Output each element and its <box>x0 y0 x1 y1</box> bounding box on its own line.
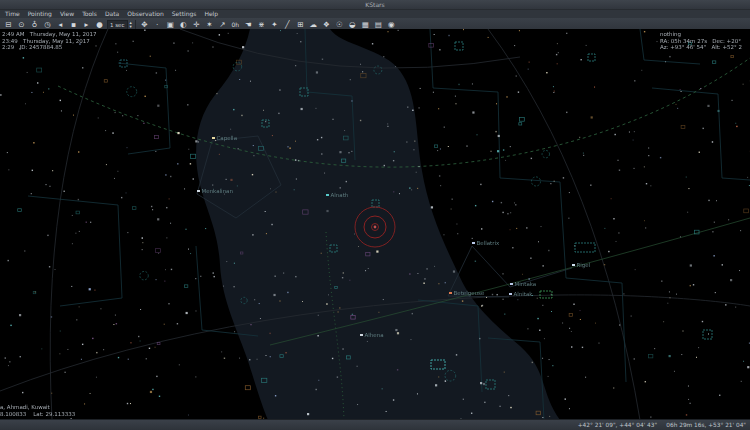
menu-help[interactable]: Help <box>200 10 222 18</box>
focus-line-3: Az: +93° 46' 54" Alt: +52° 2 <box>660 44 750 51</box>
menu-bar: TimePointingViewToolsDataObservationSett… <box>0 10 750 18</box>
menu-settings[interactable]: Settings <box>168 10 201 18</box>
star-marker <box>472 242 475 245</box>
star-name: Betelgeuse <box>454 290 485 296</box>
dso-marker[interactable] <box>455 42 463 50</box>
star-name: Alhena <box>365 332 384 338</box>
window-titlebar[interactable]: KStars <box>0 0 750 10</box>
star-label-alnath[interactable]: Alnath <box>326 192 348 198</box>
menu-time[interactable]: Time <box>1 10 24 18</box>
location-info-box[interactable]: a, Ahmadi, Kuwait8.100833 Lat: 29.113333 <box>0 404 75 417</box>
menu-data[interactable]: Data <box>101 10 123 18</box>
focus-reticle <box>355 207 395 247</box>
dso-marker[interactable] <box>330 245 337 252</box>
star-marker <box>197 190 200 193</box>
timestep-value: 1 sec <box>110 22 125 28</box>
dso-marker[interactable] <box>120 60 127 67</box>
sky-overlay-layer <box>0 29 750 420</box>
star-label-menkalinan[interactable]: Menkalinan <box>197 188 233 194</box>
dso-marker[interactable] <box>262 120 269 127</box>
star-marker <box>510 283 513 286</box>
star-name: Alnitak <box>514 291 533 297</box>
star-marker <box>572 264 575 267</box>
deep-sky-object-markers <box>120 42 712 389</box>
dso-marker[interactable] <box>703 330 712 339</box>
time-line-1: 2:49 AM Thursday, May 11, 2017 <box>2 31 97 38</box>
star-marker <box>212 137 215 140</box>
menu-pointing[interactable]: Pointing <box>24 10 56 18</box>
star-name: Rigel <box>577 262 591 268</box>
sky-map[interactable]: 2:49 AM Thursday, May 11, 201723:49 Thur… <box>0 29 750 420</box>
star-label-alnitak[interactable]: Alnitak <box>509 291 533 297</box>
time-info-box[interactable]: 2:49 AM Thursday, May 11, 201723:49 Thur… <box>2 31 97 51</box>
kstars-window: { "window": { "title": "KStars" }, "menu… <box>0 0 750 430</box>
time-line-3: 2:29 JD: 2457884.85 <box>2 44 97 51</box>
cursor-coordinates: +42° 21' 09", +44° 04' 43" 06h 29m 16s, … <box>578 422 750 428</box>
focus-info-box[interactable]: nothingRA: 05h 34m 27s Dec: +20°Az: +93°… <box>660 31 750 51</box>
star-name: Menkalinan <box>202 188 233 194</box>
dso-marker[interactable] <box>431 360 445 369</box>
dso-marker[interactable] <box>575 243 595 252</box>
dso-marker[interactable] <box>540 291 552 298</box>
dso-marker[interactable] <box>588 54 595 61</box>
star-marker <box>449 292 452 295</box>
menu-view[interactable]: View <box>56 10 78 18</box>
star-label-rigel[interactable]: Rigel <box>572 262 590 268</box>
star-label-alhena[interactable]: Alhena <box>360 332 384 338</box>
star-label-bellatrix[interactable]: Bellatrix <box>472 240 499 246</box>
dso-marker[interactable] <box>486 380 495 389</box>
star-name: Mintaka <box>515 281 537 287</box>
star-marker <box>509 293 512 296</box>
star-name: Alnath <box>331 192 349 198</box>
star-label-capella[interactable]: Capella <box>212 135 237 141</box>
menu-observation[interactable]: Observation <box>123 10 168 18</box>
star-label-betelgeuse[interactable]: Betelgeuse <box>449 290 484 296</box>
star-name: Capella <box>217 135 238 141</box>
geo-line-2: 8.100833 Lat: 29.113333 <box>0 411 75 418</box>
star-name: Bellatrix <box>477 240 500 246</box>
dso-marker[interactable] <box>372 200 379 207</box>
star-label-mintaka[interactable]: Mintaka <box>510 281 536 287</box>
status-bar: +42° 21' 09", +44° 04' 43" 06h 29m 16s, … <box>0 419 750 430</box>
window-title: KStars <box>365 1 384 8</box>
menu-tools[interactable]: Tools <box>78 10 101 18</box>
star-marker <box>326 194 329 197</box>
dso-marker[interactable] <box>300 88 308 96</box>
star-marker <box>360 334 363 337</box>
timestep-stepper[interactable]: ▴ ▾ <box>130 21 132 29</box>
